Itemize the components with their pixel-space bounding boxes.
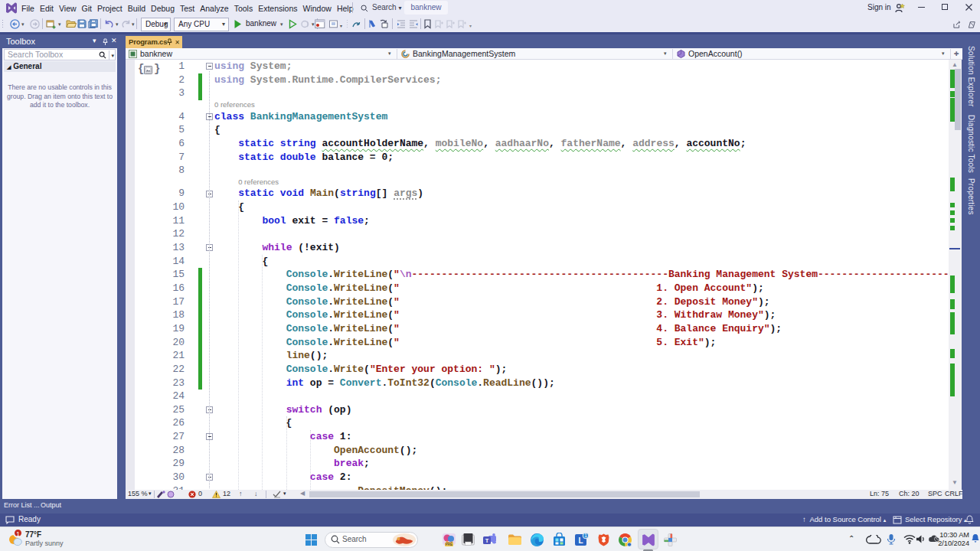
svg-text:PRE: PRE [446,543,452,546]
svg-text:T: T [485,537,489,544]
svg-text:L: L [578,536,583,545]
svg-text:1: 1 [584,533,587,538]
